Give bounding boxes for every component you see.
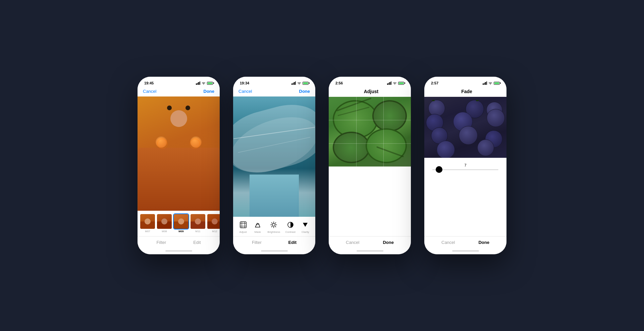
signal-icon-2	[291, 81, 296, 85]
status-time-2: 19:34	[240, 81, 249, 85]
image-area-2	[233, 96, 315, 217]
filter-label-m12: M12	[212, 230, 217, 233]
white-spacer-3	[329, 167, 411, 236]
filter-label-m07: M07	[145, 230, 150, 233]
filter-label-m11: M11	[195, 230, 201, 233]
brightness-icon	[270, 221, 277, 228]
battery-icon-2	[303, 82, 309, 85]
phone-2: 19:34 Cancel	[233, 77, 315, 254]
cancel-button-2[interactable]: Cancel	[238, 89, 252, 94]
svg-line-16	[272, 226, 272, 227]
phone-4: 2:57 Cancel	[424, 77, 506, 254]
status-bar-4: 2:57	[424, 77, 506, 87]
tool-contrast[interactable]: Contrast	[285, 220, 296, 234]
edit-tab-2[interactable]: Edit	[288, 240, 297, 245]
svg-point-1	[299, 84, 300, 85]
svg-line-13	[272, 223, 272, 223]
svg-point-19	[490, 84, 491, 85]
nav-title-4: Fade	[461, 89, 472, 94]
wifi-icon-1	[202, 81, 206, 85]
wifi-icon-4	[488, 81, 492, 85]
nav-bar-3: Cancel Adjust Done	[329, 87, 411, 97]
cancel-tab-3[interactable]: Cancel	[346, 240, 359, 245]
bottom-toolbar-3: Cancel Done	[329, 236, 411, 248]
done-tab-4[interactable]: Done	[478, 240, 489, 245]
svg-rect-2	[240, 222, 246, 228]
wifi-icon-3	[393, 81, 397, 85]
status-icons-4	[483, 81, 500, 85]
home-indicator-1	[138, 248, 220, 254]
contrast-icon	[287, 221, 294, 228]
filter-label-m09: M09	[178, 230, 184, 233]
nav-bar-2: Cancel Done	[233, 87, 315, 96]
filter-thumb-m12[interactable]: M12	[207, 214, 220, 233]
tool-mask-label: Mask	[255, 230, 261, 234]
photo-orange	[138, 96, 220, 211]
filter-thumb-m09[interactable]: M09	[174, 214, 189, 233]
slider-track-4[interactable]	[432, 169, 498, 170]
tool-brightness[interactable]: Brightness	[267, 220, 280, 234]
status-bar-1: 19:45	[138, 77, 220, 87]
battery-icon-4	[494, 82, 500, 85]
cancel-tab-4[interactable]: Cancel	[441, 240, 455, 245]
home-indicator-3	[329, 248, 411, 254]
white-spacer-4	[424, 176, 506, 237]
done-button-1[interactable]: Done	[204, 89, 215, 94]
filter-label-m08: M08	[162, 230, 167, 233]
image-area-1	[138, 96, 220, 211]
status-bar-3: 2:56	[329, 77, 411, 87]
svg-line-15	[275, 223, 276, 223]
battery-icon-1	[207, 82, 213, 85]
bottom-toolbar-2: Filter Edit	[233, 236, 315, 248]
adjust-icon	[239, 221, 247, 228]
tool-adjust[interactable]: Adjust	[238, 220, 248, 234]
image-area-3	[329, 97, 411, 167]
tool-brightness-label: Brightness	[267, 230, 280, 234]
tool-clarity[interactable]: Clarity	[301, 220, 310, 234]
filter-tab-1[interactable]: Filter	[156, 240, 166, 245]
nav-bar-4: Cancel Fade Done	[424, 87, 506, 97]
photo-watermelon	[329, 97, 411, 167]
phone-1: 19:45 Cancel	[138, 77, 220, 254]
nav-title-3: Adjust	[364, 89, 379, 94]
status-time-4: 2:57	[431, 81, 438, 85]
mask-icon	[254, 221, 261, 228]
battery-icon-3	[398, 82, 404, 85]
home-indicator-4	[424, 248, 506, 254]
svg-point-0	[203, 84, 204, 85]
edit-tools-2: Adjust Mask	[233, 217, 315, 236]
status-time-1: 19:45	[144, 81, 154, 85]
signal-icon-4	[483, 81, 487, 85]
signal-icon-3	[387, 81, 391, 85]
tool-clarity-label: Clarity	[302, 230, 309, 234]
svg-point-18	[394, 84, 395, 85]
svg-point-8	[272, 223, 275, 226]
signal-icon-1	[196, 81, 200, 85]
photo-blueberries	[424, 97, 506, 158]
slider-thumb-4[interactable]	[436, 166, 442, 173]
filter-tab-2[interactable]: Filter	[252, 240, 262, 245]
status-icons-2	[291, 81, 309, 85]
tool-mask[interactable]: Mask	[253, 220, 262, 234]
nav-bar-1: Cancel Done	[138, 87, 220, 96]
bottom-toolbar-1: Filter Edit	[138, 236, 220, 248]
edit-tab-1[interactable]: Edit	[193, 240, 201, 245]
slider-value-4: 7	[431, 163, 500, 167]
svg-point-7	[256, 224, 257, 225]
status-icons-3	[387, 81, 404, 85]
filter-thumb-m07[interactable]: M07	[140, 214, 155, 233]
phones-container: 19:45 Cancel	[138, 77, 506, 254]
done-tab-3[interactable]: Done	[383, 240, 394, 245]
filter-thumb-m11[interactable]: M11	[191, 214, 205, 233]
cancel-button-1[interactable]: Cancel	[143, 89, 156, 94]
bottom-toolbar-4: Cancel Done	[424, 236, 506, 248]
tool-contrast-label: Contrast	[285, 230, 296, 234]
clarity-arrow-icon	[303, 223, 308, 227]
filter-strip-1: M07 M08 M09 M1	[138, 211, 220, 236]
slider-area-4: 7	[424, 158, 506, 176]
status-icons-1	[196, 81, 213, 85]
wifi-icon-2	[297, 81, 301, 85]
done-button-2[interactable]: Done	[299, 89, 310, 94]
filter-thumb-m08[interactable]: M08	[157, 214, 172, 233]
svg-line-14	[275, 226, 276, 227]
